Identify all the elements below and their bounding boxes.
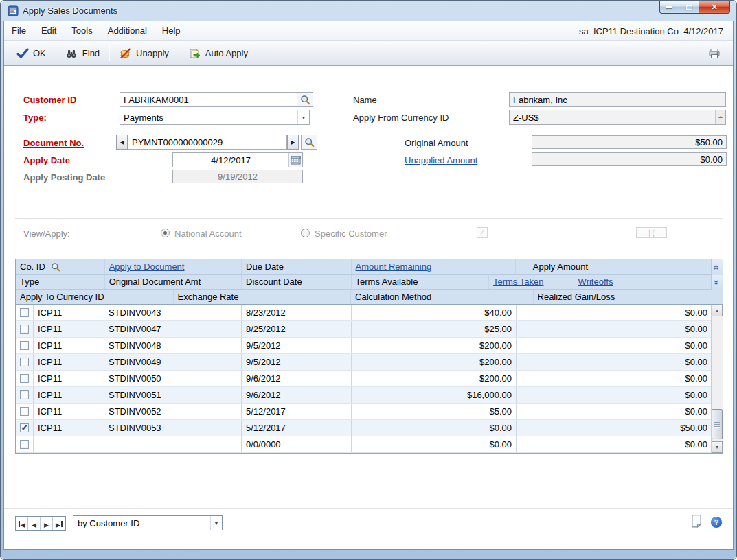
row-select-cell[interactable] bbox=[16, 404, 34, 419]
table-row[interactable]: ICP11STDINV00478/25/2012$25.00$0.00 bbox=[16, 321, 723, 338]
row-checkbox[interactable] bbox=[20, 440, 29, 449]
cell-apply-to-document[interactable]: STDINV0051 bbox=[104, 387, 242, 403]
cell-due-date[interactable]: 5/12/2017 bbox=[242, 404, 352, 419]
scroll-down-button[interactable] bbox=[712, 441, 723, 453]
menu-edit[interactable]: Edit bbox=[34, 21, 64, 40]
apply-date-value[interactable]: 4/12/2017 bbox=[173, 155, 288, 165]
find-button[interactable]: Find bbox=[59, 45, 106, 62]
menu-tools[interactable]: Tools bbox=[64, 21, 100, 40]
last-record-button[interactable] bbox=[53, 517, 65, 530]
row-select-cell[interactable] bbox=[16, 387, 34, 403]
cell-co-id[interactable]: ICP11 bbox=[34, 420, 104, 436]
cell-amount-remaining[interactable]: $200.00 bbox=[352, 371, 517, 386]
cell-apply-to-document[interactable]: STDINV0049 bbox=[104, 354, 242, 370]
document-no-value[interactable]: PYMNT000000000029 bbox=[128, 137, 286, 148]
amount-remaining-header[interactable]: Amount Remaining bbox=[352, 259, 516, 274]
titlebar[interactable]: Apply Sales Documents bbox=[1, 1, 736, 21]
document-no-label[interactable]: Document No. bbox=[23, 138, 84, 148]
cell-due-date[interactable]: 9/5/2012 bbox=[242, 338, 352, 353]
print-button[interactable] bbox=[701, 45, 727, 62]
cell-apply-amount[interactable]: $0.00 bbox=[517, 321, 712, 337]
help-button[interactable] bbox=[711, 517, 722, 528]
cell-co-id[interactable] bbox=[34, 436, 104, 452]
table-row[interactable]: ICP11STDINV00535/12/2017$0.00$50.00 bbox=[16, 420, 723, 436]
previous-record-button[interactable] bbox=[28, 517, 41, 530]
cell-apply-amount[interactable]: $0.00 bbox=[517, 436, 712, 452]
type-dropdown[interactable]: Payments bbox=[120, 110, 310, 125]
table-row[interactable]: ICP11STDINV00519/6/2012$16,000.00$0.00 bbox=[16, 387, 723, 404]
cell-apply-amount[interactable]: $0.00 bbox=[517, 305, 712, 320]
cell-due-date[interactable]: 0/0/0000 bbox=[242, 436, 352, 452]
row-checkbox[interactable] bbox=[20, 374, 29, 383]
maximize-button[interactable] bbox=[679, 1, 699, 14]
cell-due-date[interactable]: 5/12/2017 bbox=[242, 420, 352, 436]
table-row[interactable]: ICP11STDINV00525/12/2017$5.00$0.00 bbox=[16, 404, 723, 420]
cell-amount-remaining[interactable]: $0.00 bbox=[352, 436, 517, 452]
menu-additional[interactable]: Additional bbox=[100, 21, 155, 40]
expand-detail-button[interactable] bbox=[711, 275, 723, 290]
minimize-button[interactable] bbox=[659, 1, 679, 14]
apply-to-document-header[interactable]: Apply to Document bbox=[105, 259, 242, 274]
sort-by-dropdown[interactable]: by Customer ID bbox=[73, 515, 223, 530]
terms-taken-header[interactable]: Terms Taken bbox=[489, 275, 574, 289]
customer-id-value[interactable]: FABRIKAM0001 bbox=[120, 95, 297, 105]
next-document-button[interactable] bbox=[287, 135, 299, 150]
writeoffs-header[interactable]: Writeoffs bbox=[574, 275, 711, 289]
customer-id-label[interactable]: Customer ID bbox=[23, 95, 76, 105]
cell-apply-amount[interactable]: $0.00 bbox=[517, 387, 712, 403]
next-record-button[interactable] bbox=[41, 517, 53, 530]
calendar-button[interactable] bbox=[288, 153, 302, 167]
cell-amount-remaining[interactable]: $200.00 bbox=[352, 354, 517, 370]
collapse-detail-button[interactable] bbox=[711, 259, 723, 275]
row-select-cell[interactable] bbox=[16, 321, 34, 337]
cell-co-id[interactable]: ICP11 bbox=[34, 371, 104, 386]
grid-scrollbar[interactable] bbox=[711, 305, 723, 453]
cell-apply-to-document[interactable]: STDINV0043 bbox=[104, 305, 242, 320]
document-no-field[interactable]: PYMNT000000000029 bbox=[128, 135, 287, 150]
cell-apply-amount[interactable]: $0.00 bbox=[517, 354, 712, 370]
cell-apply-to-document[interactable] bbox=[104, 436, 242, 452]
table-row[interactable]: ICP11STDINV00509/6/2012$200.00$0.00 bbox=[16, 371, 723, 387]
table-row[interactable]: 0/0/0000$0.00$0.00 bbox=[16, 436, 723, 453]
menu-file[interactable]: File bbox=[4, 21, 34, 40]
cell-amount-remaining[interactable]: $40.00 bbox=[352, 305, 517, 320]
cell-apply-to-document[interactable]: STDINV0053 bbox=[104, 420, 242, 436]
cell-amount-remaining[interactable]: $0.00 bbox=[352, 420, 517, 436]
cell-co-id[interactable]: ICP11 bbox=[34, 305, 104, 320]
cell-apply-to-document[interactable]: STDINV0047 bbox=[104, 321, 242, 337]
cell-due-date[interactable]: 8/25/2012 bbox=[242, 321, 352, 337]
row-checkbox[interactable] bbox=[20, 308, 29, 317]
cell-apply-to-document[interactable]: STDINV0048 bbox=[104, 338, 242, 353]
cell-apply-amount[interactable]: $0.00 bbox=[517, 404, 712, 419]
row-checkbox[interactable] bbox=[20, 390, 29, 399]
cell-amount-remaining[interactable]: $5.00 bbox=[352, 404, 517, 419]
customer-id-field[interactable]: FABRIKAM0001 bbox=[120, 92, 313, 107]
cell-due-date[interactable]: 9/6/2012 bbox=[242, 371, 352, 386]
scrollbar-thumb[interactable] bbox=[712, 409, 723, 439]
cell-due-date[interactable]: 9/6/2012 bbox=[242, 387, 352, 403]
row-select-cell[interactable] bbox=[16, 305, 34, 320]
row-checkbox[interactable] bbox=[20, 407, 29, 416]
apply-date-field[interactable]: 4/12/2017 bbox=[172, 152, 303, 167]
unapply-button[interactable]: Unapply bbox=[113, 45, 176, 62]
cell-amount-remaining[interactable]: $200.00 bbox=[352, 338, 517, 353]
customer-id-lookup-button[interactable] bbox=[297, 93, 313, 106]
cell-apply-to-document[interactable]: STDINV0052 bbox=[104, 404, 242, 419]
menu-help[interactable]: Help bbox=[155, 21, 188, 40]
row-select-cell[interactable] bbox=[16, 371, 34, 386]
row-checkbox[interactable] bbox=[20, 341, 29, 350]
cell-amount-remaining[interactable]: $16,000.00 bbox=[352, 387, 517, 403]
cell-co-id[interactable]: ICP11 bbox=[34, 354, 104, 370]
cell-co-id[interactable]: ICP11 bbox=[34, 404, 104, 419]
table-row[interactable]: ICP11STDINV00489/5/2012$200.00$0.00 bbox=[16, 338, 723, 354]
table-row[interactable]: ICP11STDINV00499/5/2012$200.00$0.00 bbox=[16, 354, 723, 371]
cell-apply-amount[interactable]: $50.00 bbox=[517, 420, 712, 436]
row-checkbox[interactable] bbox=[20, 423, 29, 432]
row-select-cell[interactable] bbox=[16, 420, 34, 436]
table-row[interactable]: ICP11STDINV00438/23/2012$40.00$0.00 bbox=[16, 305, 723, 321]
row-select-cell[interactable] bbox=[16, 354, 34, 370]
first-record-button[interactable] bbox=[16, 517, 28, 530]
row-select-cell[interactable] bbox=[16, 338, 34, 353]
chevron-down-icon[interactable] bbox=[297, 110, 309, 124]
auto-apply-button[interactable]: Auto Apply bbox=[182, 45, 255, 62]
